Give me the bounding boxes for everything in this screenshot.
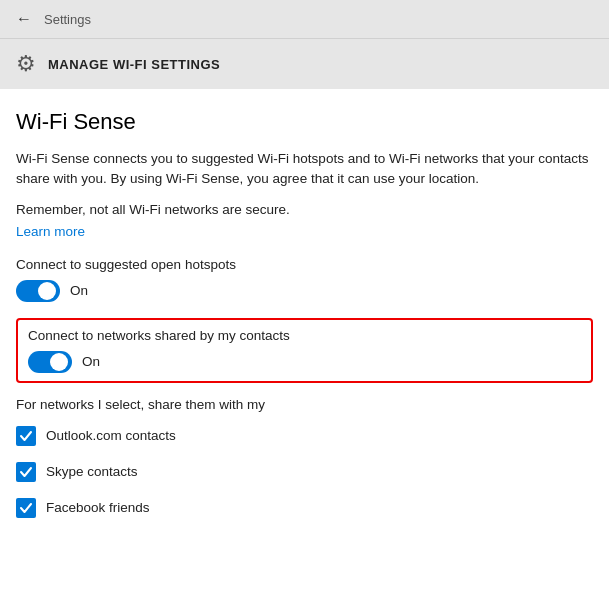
contacts-toggle-row: On [28, 351, 581, 373]
checkbox-outlook-icon[interactable] [16, 426, 36, 446]
list-item: Skype contacts [16, 462, 593, 482]
list-item: Outlook.com contacts [16, 426, 593, 446]
checkbox-skype-icon[interactable] [16, 462, 36, 482]
contacts-toggle[interactable] [28, 351, 72, 373]
settings-content: Wi-Fi Sense Wi-Fi Sense connects you to … [0, 89, 609, 609]
share-label: For networks I select, share them with m… [16, 397, 593, 412]
hotspot-toggle[interactable] [16, 280, 60, 302]
wifi-sense-description: Wi-Fi Sense connects you to suggested Wi… [16, 149, 593, 190]
hotspot-label: Connect to suggested open hotspots [16, 257, 593, 272]
hotspot-toggle-state-label: On [70, 283, 88, 298]
remember-text: Remember, not all Wi-Fi networks are sec… [16, 202, 593, 217]
checkbox-facebook-icon[interactable] [16, 498, 36, 518]
page-title: Wi-Fi Sense [16, 109, 593, 135]
header-bar: ← Settings [0, 0, 609, 39]
facebook-friends-label: Facebook friends [46, 500, 150, 515]
hotspot-toggle-section: Connect to suggested open hotspots On [16, 257, 593, 302]
header-title: Settings [44, 12, 91, 27]
contacts-toggle-state-label: On [82, 354, 100, 369]
back-arrow-icon[interactable]: ← [16, 10, 32, 28]
skype-contacts-label: Skype contacts [46, 464, 138, 479]
list-item: Facebook friends [16, 498, 593, 518]
manage-wifi-title: MANAGE WI-FI SETTINGS [48, 57, 220, 72]
contacts-label: Connect to networks shared by my contact… [28, 328, 581, 343]
manage-wifi-bar: ⚙ MANAGE WI-FI SETTINGS [0, 39, 609, 89]
outlook-contacts-label: Outlook.com contacts [46, 428, 176, 443]
gear-icon: ⚙ [16, 51, 36, 77]
learn-more-link[interactable]: Learn more [16, 224, 85, 239]
hotspot-toggle-row: On [16, 280, 593, 302]
contacts-highlighted-box: Connect to networks shared by my contact… [16, 318, 593, 383]
